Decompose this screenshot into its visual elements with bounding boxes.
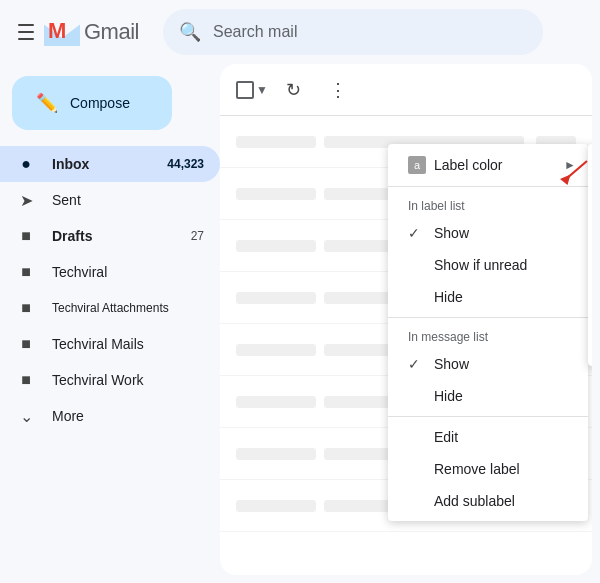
compose-label: Compose	[70, 95, 130, 111]
sidebar-item-techviral-attachments[interactable]: ■ Techviral Attachments	[0, 290, 220, 326]
red-arrow-indicator	[560, 158, 590, 188]
toolbar: ▼ ↻ ⋮	[220, 64, 592, 116]
select-all-checkbox[interactable]	[236, 81, 254, 99]
sidebar-item-techviral-work[interactable]: ■ Techviral Work	[0, 362, 220, 398]
app-name-text: Gmail	[84, 19, 139, 45]
hide-label: Hide	[434, 289, 463, 305]
label-color-item-label: Label color	[434, 157, 503, 173]
hide-label-2: Hide	[434, 388, 463, 404]
menu-divider-2	[388, 317, 588, 318]
hamburger-menu[interactable]	[16, 22, 36, 42]
search-icon: 🔍	[179, 21, 201, 43]
inbox-icon: ●	[16, 155, 36, 173]
hide-in-label-item[interactable]: Hide	[388, 281, 588, 313]
drafts-label: Drafts	[52, 228, 191, 244]
techviral-attachments-label: Techviral Attachments	[52, 301, 204, 315]
email-sender	[236, 188, 316, 200]
sent-icon: ➤	[16, 191, 36, 210]
more-label: More	[52, 408, 204, 424]
show-label-2: Show	[434, 356, 469, 372]
context-menu: a Label color ► In label list ✓ Show Sho…	[388, 144, 588, 521]
inbox-badge: 44,323	[167, 157, 204, 171]
hide-in-message-item[interactable]: Hide	[388, 380, 588, 412]
show-if-unread-label: Show if unread	[434, 257, 527, 273]
compose-icon: ✏️	[36, 92, 58, 114]
techviral-mails-label: Techviral Mails	[52, 336, 204, 352]
more-icon: ⌄	[16, 407, 36, 426]
sidebar: ✏️ Compose ● Inbox 44,323 ➤ Sent ■ Draft…	[0, 64, 220, 583]
sidebar-item-more[interactable]: ⌄ More	[0, 398, 220, 434]
email-sender	[236, 396, 316, 408]
label-color-swatch: a	[408, 156, 426, 174]
menu-divider-1	[388, 186, 588, 187]
email-sender	[236, 136, 316, 148]
sidebar-item-techviral-mails[interactable]: ■ Techviral Mails	[0, 326, 220, 362]
inbox-label: Inbox	[52, 156, 167, 172]
show-label: Show	[434, 225, 469, 241]
label-icon-1: ■	[16, 263, 36, 281]
content-area: ▼ ↻ ⋮	[220, 64, 592, 575]
label-icon-2: ■	[16, 299, 36, 317]
check-icon: ✓	[408, 225, 426, 241]
svg-marker-2	[560, 175, 571, 186]
show-in-message-item[interactable]: ✓ Show	[388, 348, 588, 380]
drafts-badge: 27	[191, 229, 204, 243]
gmail-logo: M Gmail	[44, 18, 139, 46]
svg-text:M: M	[48, 18, 66, 43]
sidebar-item-techviral[interactable]: ■ Techviral	[0, 254, 220, 290]
more-options-button[interactable]: ⋮	[320, 72, 356, 108]
email-sender	[236, 344, 316, 356]
sidebar-item-inbox[interactable]: ● Inbox 44,323	[0, 146, 220, 182]
email-sender	[236, 500, 316, 512]
edit-label: Edit	[434, 429, 458, 445]
refresh-button[interactable]: ↻	[276, 72, 312, 108]
label-icon-4: ■	[16, 371, 36, 389]
compose-button[interactable]: ✏️ Compose	[12, 76, 172, 130]
email-sender	[236, 240, 316, 252]
show-if-unread-item[interactable]: Show if unread	[388, 249, 588, 281]
label-color-menu-item[interactable]: a Label color ►	[388, 148, 588, 182]
techviral-label: Techviral	[52, 264, 204, 280]
email-sender	[236, 448, 316, 460]
add-sublabel-item[interactable]: Add sublabel	[388, 485, 588, 517]
label-icon-3: ■	[16, 335, 36, 353]
menu-divider-3	[388, 416, 588, 417]
check-icon-2: ✓	[408, 356, 426, 372]
email-sender	[236, 292, 316, 304]
chevron-down-icon[interactable]: ▼	[256, 83, 268, 97]
search-input[interactable]: Search mail	[213, 23, 297, 41]
remove-label-label: Remove label	[434, 461, 520, 477]
sent-label: Sent	[52, 192, 204, 208]
techviral-work-label: Techviral Work	[52, 372, 204, 388]
header: M Gmail 🔍 Search mail	[0, 0, 600, 64]
show-in-label-item[interactable]: ✓ Show	[388, 217, 588, 249]
add-sublabel-label: Add sublabel	[434, 493, 515, 509]
main-layout: ✏️ Compose ● Inbox 44,323 ➤ Sent ■ Draft…	[0, 64, 600, 583]
sidebar-item-drafts[interactable]: ■ Drafts 27	[0, 218, 220, 254]
search-bar[interactable]: 🔍 Search mail	[163, 9, 543, 55]
remove-label-item[interactable]: Remove label	[388, 453, 588, 485]
select-all-area[interactable]: ▼	[236, 81, 268, 99]
edit-item[interactable]: Edit	[388, 421, 588, 453]
gmail-m-icon: M	[44, 18, 80, 46]
sidebar-item-sent[interactable]: ➤ Sent	[0, 182, 220, 218]
in-message-list-section: In message list	[388, 322, 588, 348]
in-label-list-section: In label list	[388, 191, 588, 217]
drafts-icon: ■	[16, 227, 36, 245]
